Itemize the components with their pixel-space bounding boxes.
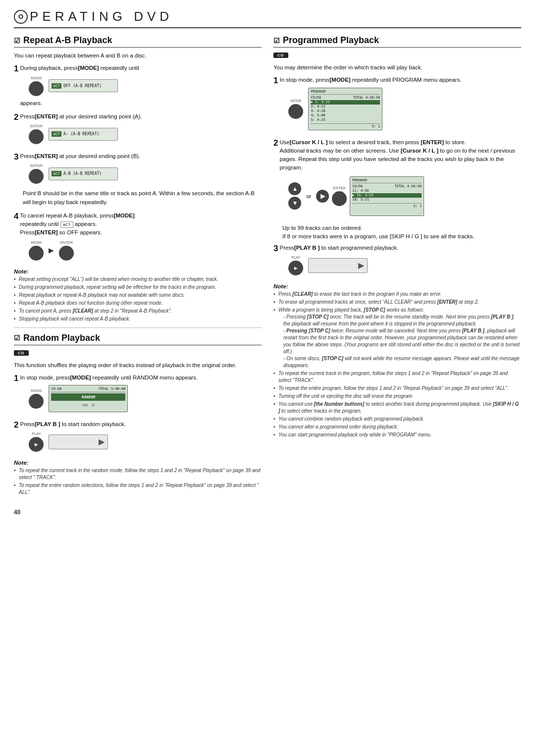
prog-step3-text: Press[PLAY B ] to start programmed playb… [279, 245, 398, 251]
step-num-p2: 2 [273, 138, 278, 148]
play-screen-prog: ▶ [308, 258, 368, 273]
step1-text: During playback, press[MODE] repeatedly … [20, 65, 139, 71]
mode-btn-r1: MODE [29, 388, 44, 409]
step-num-p3: 3 [273, 244, 278, 254]
page-number: 40 [14, 509, 20, 516]
enter-btn-p2: ENTER [332, 186, 347, 206]
screen-ab-3: ACT A-B (A-B REPEAT) [49, 167, 118, 180]
note-item: Repeat A-B playback does not function du… [14, 300, 262, 307]
play-btn-p3: PLAY ▶ [288, 255, 303, 275]
note-list-random: To repeat the current track in the rando… [14, 467, 262, 496]
step-num-3: 3 [14, 152, 18, 162]
cd-badge-prog: CD [273, 53, 288, 58]
random-screen: CD-DATOTAL 5:40:00 RANDOM ◁◁▷ [49, 385, 128, 412]
note-list-prog: Press [CLEAR] to erase the last track in… [273, 291, 521, 438]
step3-note: Point B should be in the same title or t… [23, 189, 262, 207]
header-circle: O [14, 10, 28, 24]
page-header-title: PERATING DVD [30, 9, 173, 24]
check-mark-random: ☑ [14, 334, 20, 342]
note-item: To erase all programmed tracks at once, … [273, 299, 521, 306]
page-header: O PERATING DVD [14, 9, 521, 28]
note-list-ab: Repeat setting (except "ALL") will be cl… [14, 276, 262, 323]
right-column: ☑ Programmed Playback CD You may determi… [273, 35, 521, 500]
prog-screen-2: PROGRAM CD/DATOTAL 4:56:56 11: 4:56 ▶ 16… [350, 176, 424, 216]
between-steps-text: Up to 99 tracks can be ordered. If 8 or … [282, 224, 521, 241]
note-item: To repeat the entire random selections, … [14, 482, 262, 496]
step4-text: To cancel repeat A-B playback, press[MOD… [20, 213, 134, 218]
random-step2-text: Press[PLAY B ] to start random playback. [20, 421, 125, 427]
note-item: You cannot alter a programmed order duri… [273, 424, 521, 431]
prog-step2: 2 Use[Cursor K / L ] to select a desired… [273, 138, 521, 219]
cursor-up-btn: ▲ [288, 182, 301, 195]
random-step1-text: In stop mode, press[MODE] repeatedly unt… [20, 375, 198, 380]
check-mark-ab: ☑ [14, 37, 20, 45]
note-item: Turning off the unit or ejecting the dis… [273, 393, 521, 400]
mode-btn-4: MODE [29, 240, 44, 261]
mode-btn-1: MODE [29, 76, 44, 96]
random-notes: Note: To repeat the current track in the… [14, 460, 262, 496]
play-btn-r2: PLAY ▶ [29, 432, 44, 452]
enter-btn-3: ENTER [29, 163, 44, 184]
cursor-down-btn: ▼ [288, 197, 301, 210]
step-num-2: 2 [14, 112, 18, 122]
screen-ab-1: ACT OFF (A-B REPEAT) [49, 79, 118, 92]
arrow-right-4: ▶ [49, 246, 54, 254]
step3-text: Press[ENTER] at your desired ending poin… [20, 153, 140, 159]
repeat-ab-step1: 1 During playback, press[MODE] repeatedl… [14, 64, 262, 108]
random-step1: 1 In stop mode, press[MODE] repeatedly u… [14, 374, 262, 415]
page-footer: 40 [14, 509, 521, 516]
enter-btn-4: ENTER [59, 240, 74, 261]
note-item: While a program is being played back, [S… [273, 307, 521, 369]
note-item: To repeat the current track in the progr… [273, 370, 521, 384]
note-title-random: Note: [14, 460, 262, 466]
note-item: To repeat the entire program, follow the… [273, 385, 521, 392]
step-num-r2: 2 [14, 420, 18, 430]
check-mark-prog: ☑ [273, 37, 280, 45]
programmed-title: ☑ Programmed Playback [273, 35, 521, 48]
prog-step2-text: Use[Cursor K / L ] to select a desired t… [279, 139, 466, 145]
note-item: Press [CLEAR] to erase the last track in… [273, 291, 521, 298]
prog-step3: 3 Press[PLAY B ] to start programmed pla… [273, 244, 521, 278]
left-column: ☑ Repeat A-B Playback You can repeat pla… [14, 35, 262, 500]
note-title-prog: Note: [273, 283, 521, 289]
repeat-ab-step4: 4 To cancel repeat A-B playback, press[M… [14, 212, 262, 264]
random-title: ☑ Random Playback [14, 333, 262, 345]
enter-btn-2: ENTER [29, 124, 44, 144]
note-item: Stopping playback will cancel repeat A-B… [14, 316, 262, 323]
or-label: or [306, 193, 311, 199]
play-screen-random: ▶ [49, 434, 108, 449]
note-item: Repeat playback or repeat A-B playback m… [14, 292, 262, 299]
random-intro: This function shuffles the playing order… [14, 361, 262, 370]
cd-badge-random: CD [14, 350, 29, 356]
repeat-ab-subtitle: You can repeat playback between A and B … [14, 52, 262, 60]
note-item: Repeat setting (except "ALL") will be cl… [14, 276, 262, 283]
step-num-p1: 1 [273, 76, 278, 86]
random-step2: 2 Press[PLAY B ] to start random playbac… [14, 420, 262, 455]
note-item: During programmed playback, repeat setti… [14, 284, 262, 291]
prog-step1: 1 In stop mode, press[MODE] repeatedly u… [273, 76, 521, 133]
repeat-ab-title: ☑ Repeat A-B Playback [14, 35, 262, 48]
step-num-r1: 1 [14, 374, 18, 383]
programmed-intro: You may determine the order in which tra… [273, 63, 521, 72]
prog-screen-1: PROGRAM CD/DATOTAL 4:56:56 ▶ 1: 3:33 2: … [308, 88, 382, 130]
note-item: To repeat the current track in the rando… [14, 467, 262, 481]
programmed-title-text: Programmed Playback [283, 35, 379, 46]
step-num-4: 4 [14, 212, 18, 221]
note-item: To cancel point A, press [CLEAR] at step… [14, 308, 262, 315]
prog-step1-text: In stop mode, press[MODE] repeatedly unt… [279, 77, 461, 83]
screen-ab-2: ACT A- (A-B REPEAT) [49, 128, 118, 141]
step-num-1: 1 [14, 64, 18, 74]
repeat-ab-step3: 3 Press[ENTER] at your desired ending po… [14, 152, 262, 207]
repeat-ab-step2: 2 Press[ENTER] at your desired starting … [14, 112, 262, 147]
random-title-text: Random Playback [23, 333, 100, 343]
cursor-right-btn: ▶ [316, 190, 329, 203]
note-item: You cannot use [the Number buttons] to s… [273, 401, 521, 415]
mode-btn-p1: MODE [288, 99, 303, 119]
step2-text: Press[ENTER] at your desired starting po… [20, 113, 142, 119]
note-item: You cannot combine random playback with … [273, 416, 521, 423]
repeat-ab-notes: Note: Repeat setting (except "ALL") will… [14, 269, 262, 323]
note-title-ab: Note: [14, 269, 262, 274]
prog-notes: Note: Press [CLEAR] to erase the last tr… [273, 283, 521, 438]
note-item: You can start programmed playback only w… [273, 432, 521, 438]
